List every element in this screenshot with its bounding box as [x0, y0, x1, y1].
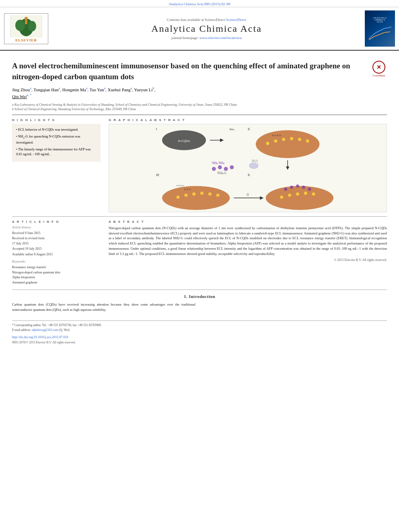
intro-number: 1. [184, 294, 187, 299]
corresponding-note-text: * Corresponding author. Tel.: +86 531 82… [12, 323, 102, 327]
svg-point-49 [284, 187, 287, 191]
affiliations: a Key Laboratory of Chemical Sensing & A… [12, 103, 387, 111]
graphical-abstract-column: G R A P H I C A L A B S T R A C T I II I… [109, 118, 387, 212]
svg-point-52 [302, 185, 305, 189]
doi-section: http://dx.doi.org/10.1016/j.aca.2015.07.… [12, 335, 387, 339]
introduction-heading: 1. Introduction [12, 294, 387, 299]
svg-point-46 [296, 192, 299, 195]
svg-point-39 [208, 192, 212, 195]
introduction-text: Carbon quantum dots (CQDs) have received… [12, 302, 387, 312]
keyword-4: Aminated graphene [12, 280, 101, 286]
journal-top-bar: Analytica Chimica Acta 889 (2015) 82–89 [0, 0, 399, 7]
highlights-column: H I G H L I G H T S ECL behavior of N-CQ… [12, 118, 101, 212]
svg-point-45 [288, 193, 291, 197]
keywords-section: Keywords: Resonance energy transfer Nitr… [12, 260, 101, 286]
svg-point-27 [212, 167, 216, 171]
article-info-column: A R T I C L E I N F O Article history: R… [12, 220, 101, 286]
svg-point-33 [249, 162, 259, 169]
author-tongqian-han: Tongqian Han [33, 87, 58, 92]
svg-text:NH₂ NH₂: NH₂ NH₂ [212, 161, 224, 165]
abstract-copyright: © 2015 Elsevier B.V. All rights reserved… [109, 258, 387, 263]
svg-point-43 [266, 186, 333, 210]
graphical-abstract-image: I II III II N-CQDs [109, 124, 387, 212]
svg-point-4 [28, 21, 36, 31]
affiliation-b: b School of Chemical Engineering, Shando… [12, 107, 387, 111]
journal-homepage: journal homepage: www.elsevier.com/locat… [52, 36, 361, 40]
divider-2 [12, 216, 387, 217]
revised-date: 17 July 2015 [12, 241, 101, 246]
highlight-item-3: The linearly range of the immunosensor f… [16, 147, 97, 157]
main-content: A novel electrochemiluminescent immunose… [0, 51, 399, 348]
svg-point-5 [25, 17, 28, 20]
doi-link[interactable]: http://dx.doi.org/10.1016/j.aca.2015.07.… [12, 335, 68, 339]
corresponding-author-note: * Corresponding author. Tel.: +86 531 82… [12, 323, 387, 328]
email-link[interactable]: sdjndxwq@163.com [32, 328, 58, 332]
header-center: Contents lists available at ScienceDirec… [52, 18, 361, 40]
svg-text:II: II [248, 173, 250, 177]
svg-point-44 [280, 195, 283, 199]
intro-body: Carbon quantum dots (CQDs) have received… [12, 302, 195, 312]
elsevier-text: ELSEVIER [15, 38, 37, 42]
authors-line: Jing Zhoua, Tongqian Hana, Hongmin Maa, … [12, 86, 387, 100]
svg-point-38 [200, 191, 204, 195]
highlights-heading: H I G H L I G H T S [12, 118, 101, 122]
svg-text:III: III [156, 173, 159, 177]
svg-point-17 [256, 130, 320, 158]
svg-point-48 [312, 192, 315, 195]
homepage-label: journal homepage: [171, 36, 198, 40]
svg-point-29 [224, 167, 228, 171]
revised-label-text: Received in revised form [12, 236, 45, 240]
highlights-list: ECL behavior of N-CQDs was investigated.… [16, 127, 97, 157]
keywords-label: Keywords: [12, 260, 101, 263]
author-jing-zhou: Jing Zhou [12, 87, 30, 92]
available-date: Available online 8 August 2015 [12, 252, 101, 257]
revised-label: Received in revised form [12, 236, 101, 240]
author-xuehui-pang: Xuehui Pang [108, 87, 131, 92]
crossmark-badge[interactable]: ✕ CrossMark [371, 61, 387, 77]
svg-text:II: II [247, 193, 249, 197]
keyword-2: Nitrogen-doped carbon quantum dots [12, 270, 101, 275]
svg-text:Y Y Y: Y Y Y [184, 187, 191, 190]
svg-point-53 [308, 187, 311, 191]
svg-point-50 [290, 185, 293, 189]
email-person: (Q. Wei). [59, 328, 70, 332]
svg-text:II: II [248, 127, 250, 131]
homepage-link[interactable]: www.elsevier.com/locate/aca [200, 36, 242, 40]
sciencedirect-link[interactable]: ScienceDirect [226, 18, 246, 22]
keyword-1: Resonance energy transfer [12, 265, 101, 270]
svg-point-28 [218, 165, 222, 169]
svg-point-23 [306, 140, 309, 143]
highlight-item-1: ECL behavior of N-CQDs was investigated. [16, 127, 97, 132]
intro-title: Introduction [189, 294, 215, 299]
contents-line: Contents lists available at ScienceDirec… [52, 18, 361, 22]
svg-point-22 [298, 138, 301, 141]
keywords-list: Resonance energy transfer Nitrogen-doped… [12, 265, 101, 286]
introduction-section: 1. Introduction Carbon quantum dots (CQD… [12, 294, 387, 312]
highlight-item-2: NH2-G for quenching N-CQDs emission was … [16, 134, 97, 145]
svg-point-20 [282, 138, 285, 141]
affiliation-a: a Key Laboratory of Chemical Sensing & A… [12, 103, 387, 107]
keyword-3: Alpha fetoprotein [12, 275, 101, 280]
svg-point-21 [290, 137, 293, 140]
author-tao-yan: Tao Yan [90, 87, 104, 92]
highlights-graphical-row: H I G H L I G H T S ECL behavior of N-CQ… [12, 118, 387, 212]
svg-point-51 [296, 185, 299, 188]
svg-point-34 [162, 186, 230, 210]
svg-rect-6 [25, 20, 27, 24]
abstract-heading: A B S T R A C T [109, 220, 387, 224]
svg-text:Y Y Y Y: Y Y Y Y [271, 134, 281, 137]
svg-text:NH₂-G: NH₂-G [217, 171, 226, 175]
author-qin-wei: Qin Wei [12, 94, 27, 99]
svg-point-18 [266, 142, 269, 145]
email-line: E-mail address: sdjndxwq@163.com (Q. Wei… [12, 328, 387, 333]
journal-citation-link[interactable]: Analytica Chimica Acta 889 (2015) 82–89 [169, 2, 230, 6]
svg-point-3 [15, 20, 25, 31]
crossmark-text: CrossMark [372, 74, 385, 77]
abstract-body: Nitrogen-doped carbon quantum dots (N-CQ… [109, 226, 387, 256]
svg-text:I: I [156, 127, 157, 131]
svg-point-40 [216, 193, 220, 197]
article-info-heading: A R T I C L E I N F O [12, 220, 101, 224]
svg-point-36 [184, 193, 187, 197]
article-title-section: A novel electrochemiluminescent immunose… [12, 61, 387, 82]
footer-copyright: 0003-2670/© 2015 Elsevier B.V. All right… [12, 341, 387, 344]
